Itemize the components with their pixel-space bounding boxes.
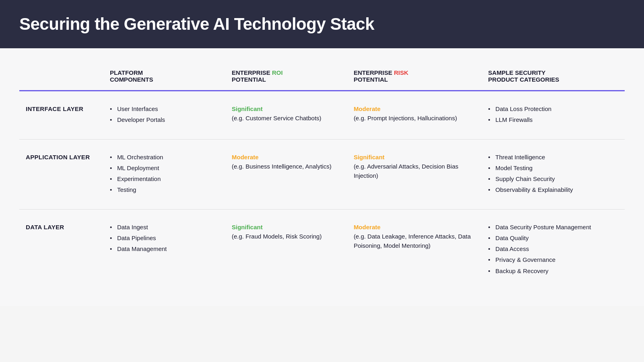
- col-security-line1: SAMPLE SECURITY: [488, 69, 546, 76]
- risk-label: Significant: [354, 154, 385, 160]
- roi-detail: (e.g. Business Intelligence, Analytics): [232, 163, 332, 170]
- layer-label: APPLICATION LAYER: [26, 154, 93, 160]
- roi-cell: Significant (e.g. Customer Service Chatb…: [225, 91, 347, 140]
- list-item: Developer Portals: [110, 115, 219, 124]
- roi-detail: (e.g. Fraud Models, Risk Scoring): [232, 233, 322, 240]
- main-table: PLATFORM COMPONENTS ENTERPRISE ROI POTEN…: [19, 64, 625, 290]
- col-roi-line2: POTENTIAL: [232, 76, 266, 83]
- main-content: PLATFORM COMPONENTS ENTERPRISE ROI POTEN…: [0, 48, 644, 306]
- list-item: Data Pipelines: [110, 233, 219, 243]
- platform-list: ML OrchestrationML DeploymentExperimenta…: [110, 152, 219, 195]
- col-header-security: SAMPLE SECURITY PRODUCT CATEGORIES: [482, 64, 625, 91]
- roi-cell: Moderate (e.g. Business Intelligence, An…: [225, 139, 347, 209]
- col-security-line2: PRODUCT CATEGORIES: [488, 76, 559, 83]
- page-title: Securing the Generative AI Technology St…: [19, 14, 374, 34]
- col-header-layer: [19, 64, 103, 91]
- list-item: ML Orchestration: [110, 152, 219, 162]
- layer-cell: DATA LAYER: [19, 209, 103, 290]
- list-item: Testing: [110, 185, 219, 194]
- risk-cell: Moderate (e.g. Prompt Injections, Halluc…: [347, 91, 482, 140]
- list-item: Data Quality: [488, 233, 618, 243]
- list-item: Model Testing: [488, 163, 618, 173]
- list-item: Privacy & Governance: [488, 255, 618, 264]
- table-body: INTERFACE LAYERUser InterfacesDeveloper …: [19, 91, 625, 290]
- security-cell: Data Loss ProtectionLLM Firewalls: [482, 91, 625, 140]
- risk-label: Moderate: [354, 105, 381, 112]
- table-header-row: PLATFORM COMPONENTS ENTERPRISE ROI POTEN…: [19, 64, 625, 91]
- page-header: Securing the Generative AI Technology St…: [0, 0, 644, 48]
- layer-cell: APPLICATION LAYER: [19, 139, 103, 209]
- roi-detail: (e.g. Customer Service Chatbots): [232, 115, 322, 121]
- col-risk-highlight: RISK: [394, 69, 409, 76]
- list-item: Data Security Posture Management: [488, 222, 618, 232]
- security-list: Data Loss ProtectionLLM Firewalls: [488, 104, 618, 125]
- list-item: User Interfaces: [110, 104, 219, 113]
- list-item: Supply Chain Security: [488, 174, 618, 183]
- risk-detail: (e.g. Adversarial Attacks, Decision Bias…: [354, 163, 458, 179]
- risk-cell: Moderate (e.g. Data Leakage, Inference A…: [347, 209, 482, 290]
- platform-cell: User InterfacesDeveloper Portals: [103, 91, 225, 140]
- list-item: Observability & Explainability: [488, 185, 618, 194]
- list-item: ML Deployment: [110, 163, 219, 173]
- security-cell: Data Security Posture ManagementData Qua…: [482, 209, 625, 290]
- layer-label: INTERFACE LAYER: [26, 105, 87, 112]
- roi-label: Significant: [232, 224, 263, 230]
- platform-list: User InterfacesDeveloper Portals: [110, 104, 219, 125]
- col-platform-line2: COMPONENTS: [110, 76, 153, 83]
- col-platform-line1: PLATFORM: [110, 69, 143, 76]
- list-item: Data Management: [110, 244, 219, 253]
- platform-cell: Data IngestData PipelinesData Management: [103, 209, 225, 290]
- risk-label: Moderate: [354, 224, 381, 230]
- list-item: Data Ingest: [110, 222, 219, 232]
- col-header-risk: ENTERPRISE RISK POTENTIAL: [347, 64, 482, 91]
- layer-label: DATA LAYER: [26, 224, 68, 230]
- security-list: Data Security Posture ManagementData Qua…: [488, 222, 618, 276]
- risk-cell: Significant (e.g. Adversarial Attacks, D…: [347, 139, 482, 209]
- list-item: Data Loss Protection: [488, 104, 618, 113]
- table-row: INTERFACE LAYERUser InterfacesDeveloper …: [19, 91, 625, 140]
- security-cell: Threat IntelligenceModel TestingSupply C…: [482, 139, 625, 209]
- layer-cell: INTERFACE LAYER: [19, 91, 103, 140]
- security-list: Threat IntelligenceModel TestingSupply C…: [488, 152, 618, 195]
- list-item: Backup & Recovery: [488, 266, 618, 276]
- col-roi-pre: ENTERPRISE: [232, 69, 272, 76]
- roi-label: Moderate: [232, 154, 259, 160]
- list-item: Experimentation: [110, 174, 219, 183]
- col-roi-highlight: ROI: [272, 69, 283, 76]
- table-row: APPLICATION LAYERML OrchestrationML Depl…: [19, 139, 625, 209]
- list-item: Data Access: [488, 244, 618, 253]
- col-header-platform: PLATFORM COMPONENTS: [103, 64, 225, 91]
- platform-cell: ML OrchestrationML DeploymentExperimenta…: [103, 139, 225, 209]
- col-header-roi: ENTERPRISE ROI POTENTIAL: [225, 64, 347, 91]
- col-risk-pre: ENTERPRISE: [354, 69, 394, 76]
- risk-detail: (e.g. Data Leakage, Inference Attacks, D…: [354, 233, 471, 249]
- table-row: DATA LAYERData IngestData PipelinesData …: [19, 209, 625, 290]
- col-risk-line2: POTENTIAL: [354, 76, 388, 83]
- list-item: LLM Firewalls: [488, 115, 618, 124]
- list-item: Threat Intelligence: [488, 152, 618, 162]
- risk-detail: (e.g. Prompt Injections, Hallucinations): [354, 115, 457, 121]
- roi-label: Significant: [232, 105, 263, 112]
- platform-list: Data IngestData PipelinesData Management: [110, 222, 219, 254]
- roi-cell: Significant (e.g. Fraud Models, Risk Sco…: [225, 209, 347, 290]
